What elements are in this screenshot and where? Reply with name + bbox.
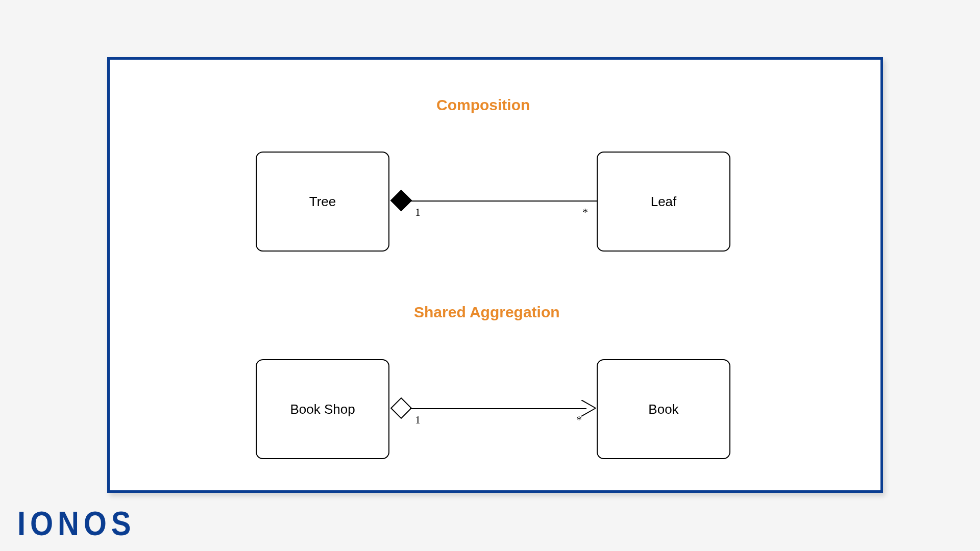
aggregation-diamond-icon bbox=[390, 397, 412, 419]
classbox-tree-label: Tree bbox=[309, 194, 336, 210]
composition-diamond-icon bbox=[390, 190, 412, 211]
aggregation-left-multiplicity: 1 bbox=[415, 413, 421, 427]
composition-right-multiplicity: * bbox=[582, 206, 588, 219]
composition-left-multiplicity: 1 bbox=[415, 206, 421, 219]
classbox-leaf-label: Leaf bbox=[651, 194, 677, 210]
svg-line-1 bbox=[581, 408, 596, 416]
arrowhead-icon bbox=[581, 400, 599, 417]
svg-line-0 bbox=[581, 400, 596, 408]
aggregation-right-multiplicity: * bbox=[576, 413, 582, 427]
classbox-book-label: Book bbox=[648, 402, 678, 417]
stage: Composition Tree Leaf 1 * Shared Aggrega… bbox=[0, 0, 980, 551]
composition-connector bbox=[410, 201, 597, 202]
classbox-bookshop-label: Book Shop bbox=[290, 402, 355, 417]
diagram-frame: Composition Tree Leaf 1 * Shared Aggrega… bbox=[107, 57, 883, 493]
classbox-leaf: Leaf bbox=[597, 152, 730, 252]
classbox-tree: Tree bbox=[256, 152, 389, 252]
brand-logo: IONOS bbox=[17, 504, 135, 543]
aggregation-connector bbox=[410, 408, 586, 409]
classbox-bookshop: Book Shop bbox=[256, 359, 389, 459]
heading-aggregation: Shared Aggregation bbox=[414, 304, 560, 321]
classbox-book: Book bbox=[597, 359, 730, 459]
heading-composition: Composition bbox=[436, 96, 530, 114]
